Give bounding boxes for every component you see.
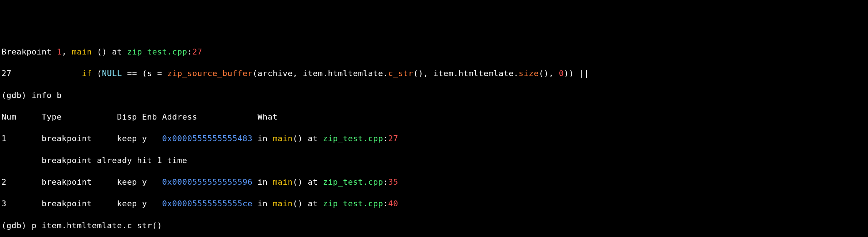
line-number: 27 (1, 69, 12, 78)
text: () at (293, 177, 323, 187)
function-name: zip_source_buffer (167, 69, 253, 78)
function-name: main (273, 199, 293, 208)
line-number: 40 (388, 199, 398, 208)
text: (archive, item.htmltemlate. (252, 69, 388, 78)
terminal-line-5: 1 breakpoint keep y 0x0000555555555483 i… (1, 133, 867, 144)
text: : (187, 47, 193, 56)
filename: zip_test.cpp (323, 199, 383, 208)
function-name: main (273, 134, 293, 143)
breakpoint-number: 1 (57, 47, 62, 56)
line-number: 27 (192, 47, 202, 56)
text: (), item.htmltemlate. (413, 69, 519, 78)
text: : (383, 199, 388, 208)
terminal-line-3: (gdb) info b (1, 90, 867, 101)
terminal-line-6: breakpoint already hit 1 time (1, 155, 867, 166)
terminal-line-2: 27 if (NULL == (s = zip_source_buffer(ar… (1, 68, 867, 79)
text: ( (92, 69, 102, 78)
text: (), (539, 69, 559, 78)
gdb-command: (gdb) p item.htmltemlate.c_str() (1, 221, 162, 230)
function-name: main (273, 177, 293, 187)
line-number: 27 (388, 134, 398, 143)
text: in (252, 134, 273, 143)
address: 0x0000555555555483 (162, 134, 252, 143)
gdb-command: (gdb) info b (1, 91, 62, 100)
text: == (s = (122, 69, 167, 78)
text: Breakpoint (1, 47, 57, 56)
address: 0x0000555555555596 (162, 177, 252, 187)
text: , (62, 47, 72, 56)
text: : (383, 134, 388, 143)
terminal-line-8: 3 breakpoint keep y 0x00005555555555ce i… (1, 198, 867, 209)
terminal-line-1: Breakpoint 1, main () at zip_test.cpp:27 (1, 46, 867, 57)
filename: zip_test.cpp (323, 177, 383, 187)
text: () at (293, 134, 323, 143)
line-number: 35 (388, 177, 398, 187)
number-literal: 0 (559, 69, 564, 78)
text: : (383, 177, 388, 187)
text: in (252, 177, 273, 187)
text: in (252, 199, 273, 208)
text: 2 breakpoint keep y (1, 177, 162, 187)
keyword: if (82, 69, 92, 78)
text: 1 breakpoint keep y (1, 134, 162, 143)
function-name: c_str (388, 69, 413, 78)
terminal-line-9: (gdb) p item.htmltemlate.c_str() (1, 220, 867, 231)
function-name: main (72, 47, 92, 56)
text: () at (92, 47, 127, 56)
function-name: size (519, 69, 539, 78)
address: 0x00005555555555ce (162, 199, 252, 208)
table-header: Num Type Disp Enb Address What (1, 112, 278, 121)
text: )) || (564, 69, 589, 78)
filename: zip_test.cpp (127, 47, 187, 56)
terminal-line-4: Num Type Disp Enb Address What (1, 112, 867, 123)
spacing (12, 69, 82, 78)
filename: zip_test.cpp (323, 134, 383, 143)
text: breakpoint already hit 1 time (1, 156, 187, 165)
terminal-line-7: 2 breakpoint keep y 0x0000555555555596 i… (1, 177, 867, 188)
text: () at (293, 199, 323, 208)
null-const: NULL (102, 69, 122, 78)
text: 3 breakpoint keep y (1, 199, 162, 208)
